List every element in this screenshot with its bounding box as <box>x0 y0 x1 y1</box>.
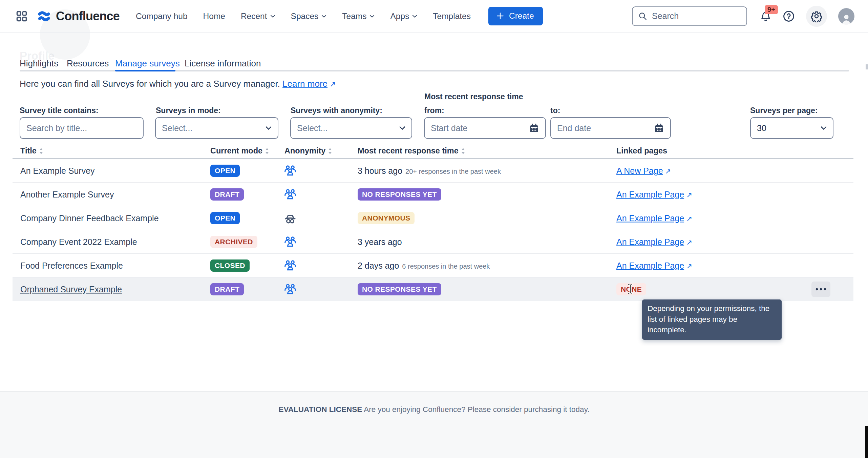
incognito-anonymity-icon <box>283 211 297 225</box>
search-placeholder: Search <box>652 11 679 21</box>
sort-icon <box>265 148 269 154</box>
survey-title[interactable]: Company Dinner Feedback Example <box>20 213 159 223</box>
scrollbar-dark-segment[interactable] <box>865 426 868 458</box>
column-header-linked-pages: Linked pages <box>616 146 667 155</box>
column-header-current-mode[interactable]: Current mode <box>210 146 269 155</box>
linked-page-link[interactable]: An Example Page <box>616 189 684 199</box>
tab-highlights[interactable]: Highlights <box>20 58 58 69</box>
external-link-icon: ↗ <box>686 262 692 270</box>
external-link-icon: ↗ <box>686 190 692 199</box>
mode-badge: CLOSED <box>210 259 250 271</box>
filter-title-input[interactable]: Search by title... <box>20 117 144 139</box>
filter-mode-select[interactable]: Select... <box>155 117 278 139</box>
group-anonymity-icon <box>283 164 297 178</box>
license-notice: EVALUATION LICENSE Are you enjoying Conf… <box>0 405 868 414</box>
no-responses-badge: NO RESPONSES YET <box>358 283 441 295</box>
filter-per-page-label: Surveys per page: <box>750 106 818 115</box>
linked-page-link[interactable]: An Example Page <box>616 261 684 270</box>
chevron-down-icon <box>369 15 375 18</box>
group-anonymity-icon <box>283 188 297 201</box>
calendar-icon[interactable] <box>654 123 664 133</box>
surveys-table: An Example Survey OPEN 3 hours ago20+ re… <box>13 159 853 301</box>
linked-page-link[interactable]: An Example Page <box>616 237 684 246</box>
tab-resources[interactable]: Resources <box>67 58 109 69</box>
user-avatar[interactable] <box>838 8 854 24</box>
confluence-logo[interactable]: Confluence <box>37 9 120 24</box>
column-header-title[interactable]: Title <box>20 146 43 155</box>
nav-item-home[interactable]: Home <box>203 12 225 21</box>
notifications-button[interactable]: 9+ <box>760 11 771 22</box>
linked-page-link[interactable]: A New Page <box>616 166 663 175</box>
external-link-icon: ↗ <box>665 167 671 175</box>
logo-wordmark: Confluence <box>56 9 120 23</box>
nav-item-recent[interactable]: Recent <box>241 12 275 21</box>
text-cursor <box>627 283 634 295</box>
survey-title[interactable]: Food Preferences Example <box>20 261 123 270</box>
nav-item-templates[interactable]: Templates <box>433 12 471 21</box>
tab-manage-surveys[interactable]: Manage surveys <box>115 58 180 69</box>
survey-title[interactable]: Another Example Survey <box>20 189 114 199</box>
chevron-down-icon <box>821 126 827 130</box>
mode-badge: ARCHIVED <box>210 235 257 248</box>
create-button[interactable]: Create <box>488 7 543 25</box>
filter-per-page-select[interactable]: 30 <box>750 117 833 139</box>
nav-item-company-hub[interactable]: Company hub <box>136 12 188 21</box>
recent-response-detail: 6 responses in the past week <box>402 262 490 270</box>
survey-title[interactable]: Orphaned Survey Example <box>20 284 122 294</box>
help-button[interactable] <box>783 10 795 22</box>
table-row-hovered: Orphaned Survey Example DRAFT NO RESPONS… <box>13 277 853 301</box>
question-mark-icon <box>783 10 795 22</box>
scrollbar-thumb[interactable] <box>866 64 868 69</box>
nav-item-teams[interactable]: Teams <box>342 12 375 21</box>
top-navigation: Confluence Company hub Home Recent Space… <box>0 0 868 32</box>
nav-item-spaces[interactable]: Spaces <box>291 12 327 21</box>
external-link-icon: ↗ <box>686 214 692 223</box>
row-actions-button[interactable] <box>811 282 830 297</box>
external-link-icon: ↗ <box>686 238 692 247</box>
chevron-down-icon <box>321 15 326 18</box>
filter-anonymity-label: Surveys with anonymity: <box>291 106 382 115</box>
tab-license-information[interactable]: License information <box>185 58 261 69</box>
mode-badge: OPEN <box>210 212 240 224</box>
confluence-logo-icon <box>37 9 51 24</box>
mode-badge: DRAFT <box>210 188 244 200</box>
chevron-down-icon <box>270 15 275 18</box>
sort-icon <box>39 148 43 154</box>
chevron-down-icon <box>399 126 405 130</box>
table-row: Another Example Survey DRAFT NO RESPONSE… <box>13 183 853 206</box>
mode-badge: OPEN <box>210 164 240 176</box>
filter-to-label: to: <box>550 106 560 115</box>
active-tab-indicator <box>115 70 175 71</box>
table-row: An Example Survey OPEN 3 hours ago20+ re… <box>13 159 853 183</box>
column-header-anonymity[interactable]: Anonymity <box>284 146 332 155</box>
learn-more-link[interactable]: Learn more <box>282 79 327 89</box>
footer: EVALUATION LICENSE Are you enjoying Conf… <box>0 391 868 458</box>
settings-button[interactable] <box>806 6 827 27</box>
nav-item-apps[interactable]: Apps <box>390 12 417 21</box>
mode-badge: DRAFT <box>210 283 244 295</box>
filter-to-date-input[interactable]: End date <box>550 117 671 139</box>
linked-page-link[interactable]: An Example Page <box>616 213 684 223</box>
search-input[interactable]: Search <box>632 6 747 26</box>
filter-anonymity-select[interactable]: Select... <box>290 117 412 139</box>
table-row: Company Event 2022 Example ARCHIVED 3 ye… <box>13 230 853 254</box>
linked-pages-tooltip: Depending on your permissions, the list … <box>642 299 782 340</box>
table-row: Food Preferences Example CLOSED 2 days a… <box>13 254 853 277</box>
filter-from-date-input[interactable]: Start date <box>424 117 546 139</box>
confluence-page: Profile Confluence Company hub Home Rece… <box>0 0 868 458</box>
no-responses-badge: NO RESPONSES YET <box>358 188 441 200</box>
person-icon <box>841 14 852 24</box>
gear-icon <box>810 10 823 22</box>
chevron-down-icon <box>412 15 417 18</box>
calendar-icon[interactable] <box>529 123 539 133</box>
external-link-icon: ↗ <box>330 80 336 89</box>
sort-icon <box>328 148 332 154</box>
app-switcher-icon[interactable] <box>16 10 28 22</box>
column-header-recent-response[interactable]: Most recent response time <box>358 146 465 155</box>
filter-recent-group-label: Most recent response time <box>424 92 523 101</box>
survey-title[interactable]: Company Event 2022 Example <box>20 237 137 247</box>
utility-icons: 9+ <box>760 6 854 27</box>
survey-title[interactable]: An Example Survey <box>20 166 95 175</box>
notification-count-badge: 9+ <box>765 5 778 14</box>
group-anonymity-icon <box>283 259 297 272</box>
